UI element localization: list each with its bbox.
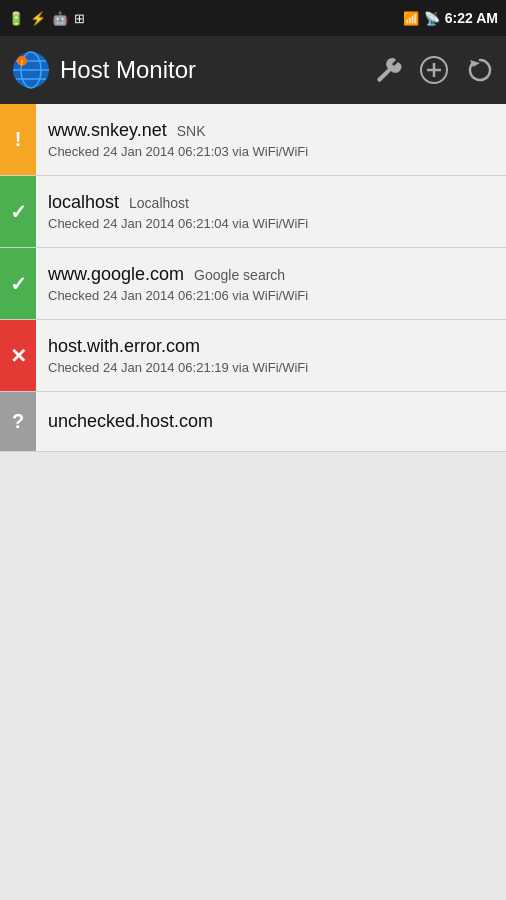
host-item[interactable]: ✓ www.google.com Google search Checked 2… — [0, 248, 506, 320]
host-info: host.with.error.com Checked 24 Jan 2014 … — [36, 320, 506, 391]
status-indicator: ? — [0, 392, 36, 451]
host-alias: Google search — [194, 267, 285, 283]
host-name-row: www.snkey.net SNK — [48, 120, 494, 141]
host-alias: SNK — [177, 123, 206, 139]
host-item[interactable]: ! www.snkey.net SNK Checked 24 Jan 2014 … — [0, 104, 506, 176]
status-indicator: ✕ — [0, 320, 36, 391]
host-name-row: www.google.com Google search — [48, 264, 494, 285]
app-title: Host Monitor — [60, 56, 364, 84]
host-info: www.google.com Google search Checked 24 … — [36, 248, 506, 319]
status-icon-ok: ✓ — [10, 272, 27, 296]
host-info: unchecked.host.com — [36, 392, 506, 451]
status-icon-error: ✕ — [10, 344, 27, 368]
host-name: host.with.error.com — [48, 336, 200, 357]
host-checked: Checked 24 Jan 2014 06:21:19 via WiFi/Wi… — [48, 360, 494, 375]
host-info: localhost Localhost Checked 24 Jan 2014 … — [36, 176, 506, 247]
toolbar: ! Host Monitor — [0, 36, 506, 104]
host-checked: Checked 24 Jan 2014 06:21:04 via WiFi/Wi… — [48, 216, 494, 231]
add-host-icon[interactable] — [420, 56, 448, 84]
host-alias: Localhost — [129, 195, 189, 211]
host-name: localhost — [48, 192, 119, 213]
host-name: unchecked.host.com — [48, 411, 213, 432]
settings-icon[interactable] — [374, 56, 402, 84]
host-name-row: unchecked.host.com — [48, 411, 494, 432]
android-icon: 🤖 — [52, 11, 68, 26]
toolbar-actions — [374, 56, 494, 84]
host-name-row: localhost Localhost — [48, 192, 494, 213]
host-list: ! www.snkey.net SNK Checked 24 Jan 2014 … — [0, 104, 506, 452]
host-name-row: host.with.error.com — [48, 336, 494, 357]
svg-text:!: ! — [21, 59, 23, 66]
empty-content-area — [0, 452, 506, 900]
status-indicator: ✓ — [0, 176, 36, 247]
host-name: www.google.com — [48, 264, 184, 285]
status-bar-left: 🔋 ⚡ 🤖 ⊞ — [8, 11, 85, 26]
host-checked: Checked 24 Jan 2014 06:21:06 via WiFi/Wi… — [48, 288, 494, 303]
status-icon-warning: ! — [15, 128, 22, 151]
host-item[interactable]: ? unchecked.host.com — [0, 392, 506, 452]
host-item[interactable]: ✓ localhost Localhost Checked 24 Jan 201… — [0, 176, 506, 248]
host-name: www.snkey.net — [48, 120, 167, 141]
status-icon-unknown: ? — [12, 410, 24, 433]
status-bar-right: 📶 📡 6:22 AM — [403, 10, 498, 26]
host-checked: Checked 24 Jan 2014 06:21:03 via WiFi/Wi… — [48, 144, 494, 159]
screenshot-icon: ⊞ — [74, 11, 85, 26]
status-indicator: ✓ — [0, 248, 36, 319]
status-time: 6:22 AM — [445, 10, 498, 26]
wifi-icon: 📶 — [403, 11, 419, 26]
refresh-icon[interactable] — [466, 56, 494, 84]
status-indicator: ! — [0, 104, 36, 175]
signal-icon: 📡 — [424, 11, 440, 26]
host-item[interactable]: ✕ host.with.error.com Checked 24 Jan 201… — [0, 320, 506, 392]
status-bar: 🔋 ⚡ 🤖 ⊞ 📶 📡 6:22 AM — [0, 0, 506, 36]
battery-icon: 🔋 — [8, 11, 24, 26]
host-info: www.snkey.net SNK Checked 24 Jan 2014 06… — [36, 104, 506, 175]
status-icon-ok: ✓ — [10, 200, 27, 224]
app-logo-icon: ! — [12, 51, 50, 89]
usb-icon: ⚡ — [30, 11, 46, 26]
